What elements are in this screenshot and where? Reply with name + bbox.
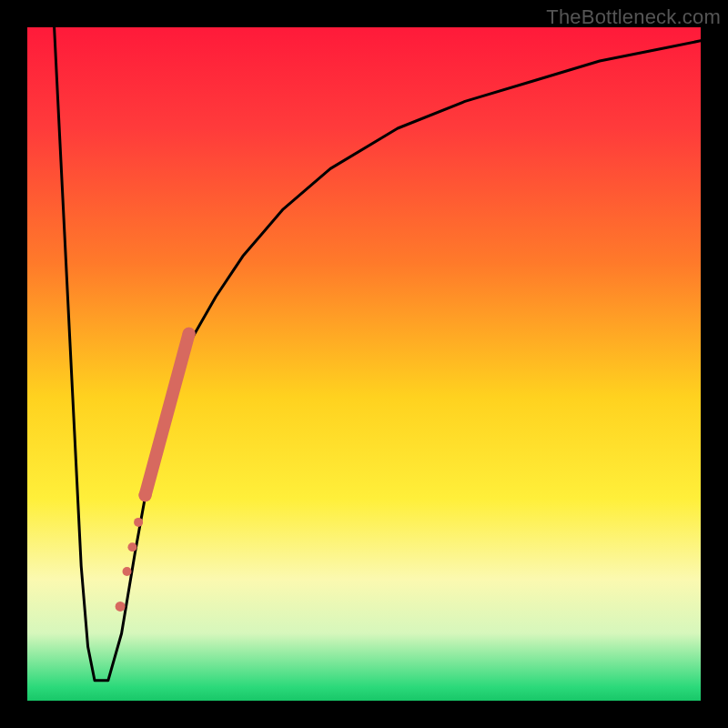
plot-area	[27, 27, 701, 701]
chart-frame: TheBottleneck.com	[0, 0, 728, 728]
highlight-dot-4	[116, 602, 126, 612]
highlight-segment-cap-top	[183, 328, 196, 340]
watermark-text: TheBottleneck.com	[546, 5, 721, 29]
highlight-dot-3	[123, 567, 132, 576]
highlight-segment-cap-bottom	[139, 489, 152, 501]
chart-svg	[27, 27, 701, 701]
highlight-segment	[146, 334, 189, 496]
highlight-dot-2	[127, 542, 136, 551]
bottleneck-curve	[55, 27, 701, 681]
highlight-dot-1	[134, 518, 143, 527]
